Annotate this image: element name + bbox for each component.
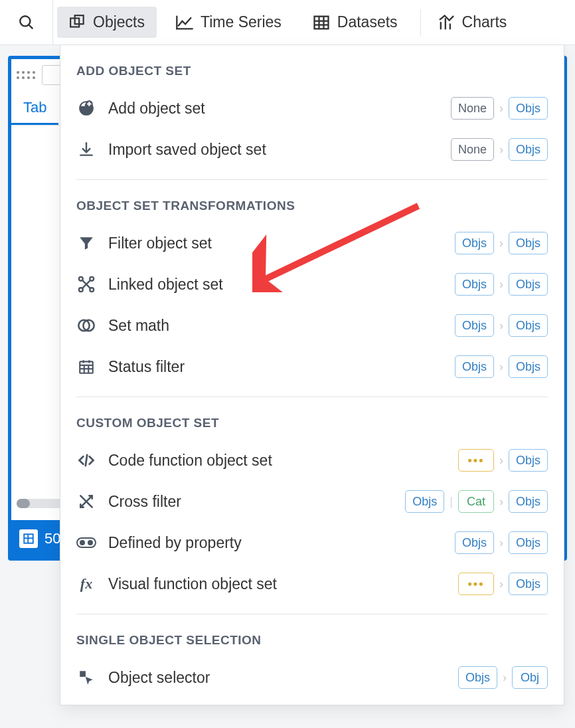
svg-rect-19	[87, 103, 92, 104]
chevron-right-icon: ›	[499, 102, 503, 116]
linked-icon	[76, 274, 96, 294]
menu-label: Set math	[108, 317, 169, 335]
tab-label: Time Series	[201, 13, 282, 31]
section-title-single: SINGLE OBJECT SELECTION	[76, 614, 548, 657]
separator	[420, 9, 421, 36]
tab-label: Charts	[462, 13, 507, 31]
menu-code-function-object-set[interactable]: Code function object set ••• › Objs	[76, 440, 548, 481]
import-icon	[76, 139, 96, 159]
line-chart-icon	[175, 13, 194, 32]
pill-input: •••	[458, 573, 494, 595]
pill-output: Objs	[509, 273, 548, 296]
menu-defined-by-property[interactable]: Defined by property Objs › Objs	[76, 522, 548, 563]
svg-point-20	[79, 277, 83, 281]
pill-output: Objs	[509, 97, 548, 120]
menu-label: Defined by property	[108, 534, 242, 552]
menu-import-saved-object-set[interactable]: Import saved object set None › Objs	[76, 129, 548, 170]
tab-label: Datasets	[337, 13, 398, 31]
charts-icon	[437, 13, 455, 32]
menu-label: Filter object set	[108, 234, 212, 252]
toolbar: Objects Time Series Datasets Charts	[0, 0, 575, 45]
menu-visual-function-object-set[interactable]: fx Visual function object set ••• › Objs	[76, 563, 548, 604]
drag-handle-icon[interactable]	[17, 68, 37, 82]
menu-cross-filter[interactable]: Cross filter Objs | Cat › Objs	[76, 481, 548, 522]
pill-output: Objs	[509, 355, 548, 378]
pill-input: Objs	[455, 355, 494, 378]
toolbar-tabs: Objects Time Series Datasets Charts	[53, 0, 575, 45]
menu-object-selector[interactable]: Object selector Objs › Obj	[76, 657, 548, 698]
chevron-right-icon: ›	[499, 577, 503, 591]
pill-input: Objs	[455, 531, 494, 554]
menu-add-object-set[interactable]: Add object set None › Objs	[76, 88, 548, 129]
svg-point-40	[88, 541, 92, 545]
pill-output: Obj	[512, 666, 548, 689]
chevron-right-icon: ›	[499, 536, 503, 550]
set-math-icon	[76, 316, 96, 335]
section-title-transformations: OBJECT SET TRANSFORMATIONS	[76, 180, 548, 223]
menu-label: Add object set	[108, 100, 205, 118]
svg-point-22	[79, 288, 83, 292]
svg-point-23	[90, 288, 94, 292]
chevron-right-icon: ›	[499, 319, 503, 333]
objects-dropdown: ADD OBJECT SET Add object set None › Obj…	[60, 45, 564, 705]
menu-status-filter[interactable]: Status filter Objs › Objs	[76, 346, 548, 387]
svg-point-39	[80, 541, 84, 545]
pill-input: Objs	[455, 273, 494, 296]
separator: |	[450, 495, 453, 509]
pill-output: Objs	[509, 314, 548, 337]
code-icon	[76, 450, 96, 470]
card-tab[interactable]: Tab	[11, 91, 58, 125]
svg-point-21	[90, 277, 94, 281]
filter-icon	[76, 233, 96, 253]
pill-input-2: Cat	[458, 490, 494, 513]
menu-label: Status filter	[108, 358, 185, 376]
pill-input: Objs	[455, 314, 494, 337]
pill-input: None	[451, 138, 494, 161]
chevron-right-icon: ›	[499, 360, 503, 374]
search-icon	[18, 14, 35, 31]
pill-output: Objs	[509, 449, 548, 472]
svg-rect-28	[80, 361, 93, 373]
pill-input: •••	[458, 449, 494, 472]
menu-linked-object-set[interactable]: Linked object set Objs › Objs	[76, 264, 548, 305]
fx-icon: fx	[76, 574, 96, 594]
chevron-right-icon: ›	[503, 671, 507, 685]
svg-rect-4	[314, 16, 328, 29]
objects-icon	[69, 14, 86, 31]
menu-label: Cross filter	[108, 493, 181, 511]
menu-set-math[interactable]: Set math Objs › Objs	[76, 305, 548, 346]
section-title-custom: CUSTOM OBJECT SET	[76, 397, 548, 440]
chevron-right-icon: ›	[499, 278, 503, 292]
menu-label: Visual function object set	[108, 575, 277, 593]
cross-filter-icon	[76, 492, 96, 511]
tab-time-series[interactable]: Time Series	[163, 7, 293, 39]
search-button[interactable]	[0, 0, 53, 45]
table-icon	[19, 529, 38, 548]
row-count: 50	[44, 530, 60, 547]
menu-label: Import saved object set	[108, 141, 266, 159]
menu-label: Code function object set	[108, 452, 272, 470]
pill-output: Objs	[509, 531, 548, 554]
pill-input: Objs	[458, 666, 497, 689]
pill-output: Objs	[509, 138, 548, 161]
svg-line-1	[29, 25, 32, 28]
pill-input-1: Objs	[405, 490, 444, 513]
pill-output: Objs	[509, 232, 548, 254]
pill-input: None	[451, 97, 494, 120]
tab-objects[interactable]: Objects	[57, 7, 157, 38]
chevron-right-icon: ›	[499, 143, 503, 157]
add-object-set-icon	[76, 98, 96, 118]
menu-label: Linked object set	[108, 276, 223, 294]
tab-charts[interactable]: Charts	[425, 7, 519, 39]
chevron-right-icon: ›	[499, 495, 503, 509]
selector-icon	[76, 668, 96, 687]
svg-rect-41	[80, 671, 86, 677]
section-title-add-object-set: ADD OBJECT SET	[76, 45, 548, 88]
tab-datasets[interactable]: Datasets	[300, 7, 410, 39]
property-icon	[76, 533, 96, 553]
chevron-right-icon: ›	[499, 236, 503, 250]
calendar-icon	[76, 357, 96, 377]
table-icon	[312, 13, 331, 32]
pill-output: Objs	[509, 573, 548, 595]
menu-filter-object-set[interactable]: Filter object set Objs › Objs	[76, 223, 548, 264]
